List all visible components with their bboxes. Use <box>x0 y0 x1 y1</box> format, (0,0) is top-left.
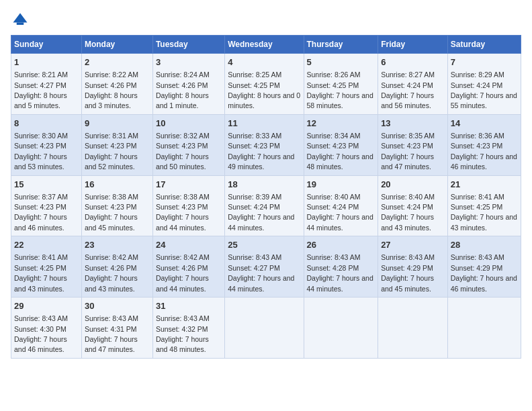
cell-content: Sunrise: 8:37 AMSunset: 4:23 PMDaylight:… <box>14 193 68 232</box>
calendar-cell: 18Sunrise: 8:39 AMSunset: 4:24 PMDayligh… <box>225 175 304 236</box>
day-number: 4 <box>228 56 300 68</box>
day-number: 12 <box>307 118 375 130</box>
day-number: 9 <box>85 118 150 130</box>
cell-content: Sunrise: 8:42 AMSunset: 4:26 PMDaylight:… <box>85 253 138 292</box>
calendar-cell: 30Sunrise: 8:43 AMSunset: 4:31 PMDayligh… <box>81 298 152 359</box>
day-number: 19 <box>307 179 375 191</box>
week-row-3: 15Sunrise: 8:37 AMSunset: 4:23 PMDayligh… <box>11 175 521 236</box>
calendar-cell: 6Sunrise: 8:27 AMSunset: 4:24 PMDaylight… <box>378 54 448 115</box>
day-number: 18 <box>228 179 300 191</box>
day-number: 24 <box>156 239 222 251</box>
calendar-cell: 4Sunrise: 8:25 AMSunset: 4:25 PMDaylight… <box>225 54 304 115</box>
cell-content: Sunrise: 8:43 AMSunset: 4:32 PMDaylight:… <box>156 314 210 353</box>
day-number: 27 <box>381 239 445 251</box>
calendar-cell: 2Sunrise: 8:22 AMSunset: 4:26 PMDaylight… <box>81 54 152 115</box>
calendar-cell: 1Sunrise: 8:21 AMSunset: 4:27 PMDaylight… <box>11 54 82 115</box>
day-number: 30 <box>85 300 150 312</box>
day-number: 5 <box>307 56 375 68</box>
calendar-cell: 14Sunrise: 8:36 AMSunset: 4:23 PMDayligh… <box>447 114 521 175</box>
cell-content: Sunrise: 8:40 AMSunset: 4:24 PMDaylight:… <box>381 193 435 232</box>
header-day-thursday: Thursday <box>304 36 378 54</box>
cell-content: Sunrise: 8:34 AMSunset: 4:23 PMDaylight:… <box>307 132 373 171</box>
cell-content: Sunrise: 8:33 AMSunset: 4:23 PMDaylight:… <box>228 132 294 171</box>
week-row-5: 29Sunrise: 8:43 AMSunset: 4:30 PMDayligh… <box>11 298 521 359</box>
day-number: 22 <box>14 239 79 251</box>
header-day-sunday: Sunday <box>11 36 82 54</box>
cell-content: Sunrise: 8:21 AMSunset: 4:27 PMDaylight:… <box>14 71 68 109</box>
day-number: 1 <box>14 56 79 68</box>
calendar-cell: 21Sunrise: 8:41 AMSunset: 4:25 PMDayligh… <box>447 175 521 236</box>
cell-content: Sunrise: 8:42 AMSunset: 4:26 PMDaylight:… <box>156 253 210 292</box>
cell-content: Sunrise: 8:39 AMSunset: 4:24 PMDaylight:… <box>228 193 294 232</box>
cell-content: Sunrise: 8:43 AMSunset: 4:30 PMDaylight:… <box>14 314 68 353</box>
cell-content: Sunrise: 8:43 AMSunset: 4:27 PMDaylight:… <box>228 253 294 292</box>
calendar-cell: 26Sunrise: 8:43 AMSunset: 4:28 PMDayligh… <box>304 236 378 298</box>
calendar-cell <box>447 298 521 359</box>
cell-content: Sunrise: 8:29 AMSunset: 4:24 PMDaylight:… <box>451 71 517 109</box>
cell-content: Sunrise: 8:35 AMSunset: 4:23 PMDaylight:… <box>381 132 435 171</box>
calendar-cell: 23Sunrise: 8:42 AMSunset: 4:26 PMDayligh… <box>81 236 152 298</box>
day-number: 28 <box>451 239 518 251</box>
calendar-cell: 28Sunrise: 8:43 AMSunset: 4:29 PMDayligh… <box>447 236 521 298</box>
day-number: 26 <box>307 239 375 251</box>
svg-marker-0 <box>13 13 28 23</box>
calendar-cell: 15Sunrise: 8:37 AMSunset: 4:23 PMDayligh… <box>11 175 82 236</box>
calendar-cell: 27Sunrise: 8:43 AMSunset: 4:29 PMDayligh… <box>378 236 448 298</box>
calendar-header: SundayMondayTuesdayWednesdayThursdayFrid… <box>11 36 521 54</box>
calendar-cell: 12Sunrise: 8:34 AMSunset: 4:23 PMDayligh… <box>304 114 378 175</box>
cell-content: Sunrise: 8:22 AMSunset: 4:26 PMDaylight:… <box>85 71 138 109</box>
cell-content: Sunrise: 8:25 AMSunset: 4:25 PMDaylight:… <box>228 71 300 109</box>
header-day-friday: Friday <box>378 36 448 54</box>
header-day-saturday: Saturday <box>447 36 521 54</box>
logo-icon <box>11 11 30 30</box>
cell-content: Sunrise: 8:36 AMSunset: 4:23 PMDaylight:… <box>451 132 517 171</box>
calendar-cell <box>304 298 378 359</box>
cell-content: Sunrise: 8:38 AMSunset: 4:23 PMDaylight:… <box>85 193 138 232</box>
week-row-1: 1Sunrise: 8:21 AMSunset: 4:27 PMDaylight… <box>11 54 521 115</box>
day-number: 7 <box>451 56 518 68</box>
day-number: 20 <box>381 179 445 191</box>
calendar-body: 1Sunrise: 8:21 AMSunset: 4:27 PMDaylight… <box>11 54 521 359</box>
calendar-cell <box>378 298 448 359</box>
calendar-cell: 9Sunrise: 8:31 AMSunset: 4:23 PMDaylight… <box>81 114 152 175</box>
calendar-cell: 16Sunrise: 8:38 AMSunset: 4:23 PMDayligh… <box>81 175 152 236</box>
calendar-cell: 8Sunrise: 8:30 AMSunset: 4:23 PMDaylight… <box>11 114 82 175</box>
calendar-cell: 20Sunrise: 8:40 AMSunset: 4:24 PMDayligh… <box>378 175 448 236</box>
day-number: 15 <box>14 179 79 191</box>
day-number: 2 <box>85 56 150 68</box>
calendar-cell: 11Sunrise: 8:33 AMSunset: 4:23 PMDayligh… <box>225 114 304 175</box>
day-number: 31 <box>156 300 222 312</box>
day-number: 29 <box>14 300 79 312</box>
day-number: 6 <box>381 56 445 68</box>
day-number: 21 <box>451 179 518 191</box>
day-number: 8 <box>14 118 79 130</box>
svg-rect-1 <box>17 23 24 26</box>
cell-content: Sunrise: 8:31 AMSunset: 4:23 PMDaylight:… <box>85 132 138 171</box>
cell-content: Sunrise: 8:32 AMSunset: 4:23 PMDaylight:… <box>156 132 210 171</box>
calendar-cell: 5Sunrise: 8:26 AMSunset: 4:25 PMDaylight… <box>304 54 378 115</box>
day-number: 23 <box>85 239 150 251</box>
calendar-cell: 24Sunrise: 8:42 AMSunset: 4:26 PMDayligh… <box>152 236 224 298</box>
cell-content: Sunrise: 8:41 AMSunset: 4:25 PMDaylight:… <box>451 193 517 232</box>
cell-content: Sunrise: 8:43 AMSunset: 4:28 PMDaylight:… <box>307 253 373 292</box>
day-number: 17 <box>156 179 222 191</box>
calendar-cell: 3Sunrise: 8:24 AMSunset: 4:26 PMDaylight… <box>152 54 224 115</box>
calendar-cell: 19Sunrise: 8:40 AMSunset: 4:24 PMDayligh… <box>304 175 378 236</box>
calendar-cell: 13Sunrise: 8:35 AMSunset: 4:23 PMDayligh… <box>378 114 448 175</box>
day-number: 14 <box>451 118 518 130</box>
header-row: SundayMondayTuesdayWednesdayThursdayFrid… <box>11 36 521 54</box>
cell-content: Sunrise: 8:27 AMSunset: 4:24 PMDaylight:… <box>381 71 435 109</box>
page-header <box>11 11 521 30</box>
cell-content: Sunrise: 8:43 AMSunset: 4:29 PMDaylight:… <box>381 253 435 292</box>
cell-content: Sunrise: 8:38 AMSunset: 4:23 PMDaylight:… <box>156 193 210 232</box>
cell-content: Sunrise: 8:26 AMSunset: 4:25 PMDaylight:… <box>307 71 373 109</box>
week-row-4: 22Sunrise: 8:41 AMSunset: 4:25 PMDayligh… <box>11 236 521 298</box>
day-number: 11 <box>228 118 300 130</box>
logo <box>11 11 32 30</box>
day-number: 16 <box>85 179 150 191</box>
day-number: 10 <box>156 118 222 130</box>
cell-content: Sunrise: 8:40 AMSunset: 4:24 PMDaylight:… <box>307 193 373 232</box>
day-number: 25 <box>228 239 300 251</box>
calendar-cell: 10Sunrise: 8:32 AMSunset: 4:23 PMDayligh… <box>152 114 224 175</box>
calendar-cell <box>225 298 304 359</box>
